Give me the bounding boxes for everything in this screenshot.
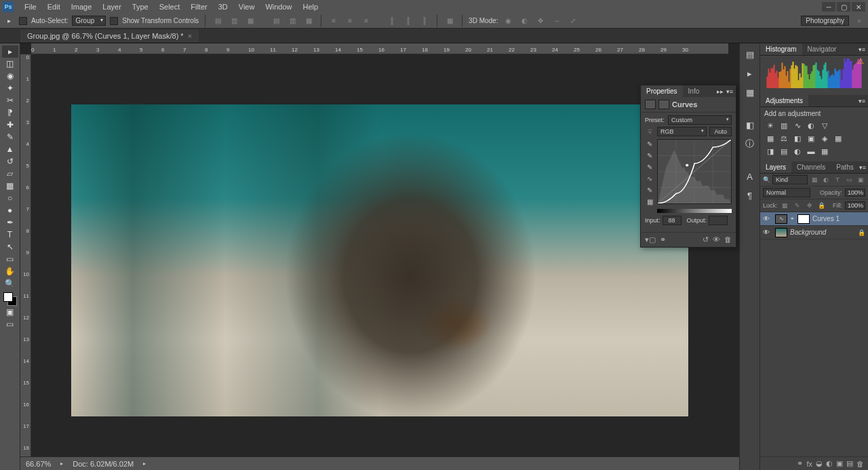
menu-edit[interactable]: Edit [42,1,66,12]
distribute-left-icon[interactable]: ║ [386,15,398,27]
menu-filter[interactable]: Filter [185,1,212,12]
filter-shape-icon[interactable]: ▭ [844,175,854,184]
swatches-panel-icon[interactable]: ▦ [743,85,757,99]
crop-tool[interactable]: ✂ [2,94,18,106]
blur-tool[interactable]: ○ [2,192,18,204]
filter-pixel-icon[interactable]: ▦ [810,175,819,184]
brightness-icon[interactable]: ☀ [764,120,776,131]
dodge-tool[interactable]: ● [2,204,18,216]
pan3d-icon[interactable]: ✥ [534,15,547,27]
screen-mode-tool[interactable]: ▭ [2,318,18,330]
magic-wand-tool[interactable]: ✦ [2,82,18,94]
exposure-icon[interactable]: ◐ [805,120,817,131]
info-panel-icon[interactable]: ⓘ [743,137,757,151]
foreground-swatch[interactable] [3,292,13,302]
roll3d-icon[interactable]: ◐ [518,15,530,27]
distribute-bottom-icon[interactable]: ≡ [360,15,372,27]
close-document-icon[interactable]: × [188,32,192,40]
menu-type[interactable]: Type [127,1,154,12]
close-button[interactable]: ✕ [852,2,865,12]
auto-align-icon[interactable]: ▦ [443,15,456,27]
tab-adjustments[interactable]: Adjustments [760,95,808,106]
tab-channels[interactable]: Channels [791,161,831,173]
align-center-h-icon[interactable]: ▥ [228,15,240,27]
new-adjustment-icon[interactable]: ◐ [826,459,833,468]
distribute-hcenter-icon[interactable]: ║ [402,15,414,27]
menu-view[interactable]: View [233,1,260,12]
brush-tool[interactable]: ✎ [2,131,18,143]
paragraph-panel-icon[interactable]: ¶ [743,189,757,202]
color-swatches[interactable] [3,292,17,306]
gradient-map-icon[interactable]: ▬ [805,146,817,157]
document-image[interactable] [71,104,688,416]
path-tool[interactable]: ↖ [2,241,18,253]
lock-trans-icon[interactable]: ▦ [781,201,790,210]
document-tab[interactable]: Group.jpg @ 66.7% (Curves 1, Layer Mask/… [20,30,199,42]
maximize-button[interactable]: ▢ [837,2,850,12]
color-balance-icon[interactable]: ⚖ [778,133,790,144]
tab-layers[interactable]: Layers [760,161,791,173]
workspace-dropdown[interactable]: Photography [801,16,849,26]
panel-menu-icon[interactable]: ▾≡ [859,98,865,104]
auto-select-checkbox[interactable] [19,17,27,25]
workspace-menu-icon[interactable]: » [853,15,865,27]
align-left-icon[interactable]: ▤ [212,15,224,27]
eyedropper-tool[interactable]: ⁋ [2,106,18,119]
panel-menu-icon[interactable]: ▾≡ [859,164,866,171]
black-eyedropper-icon[interactable]: ✎ [645,139,654,149]
lock-pixels-icon[interactable]: ✎ [793,201,802,210]
actions-panel-icon[interactable]: ▸ [743,66,757,80]
distribute-vcenter-icon[interactable]: ≡ [344,15,356,27]
menu-image[interactable]: Image [66,1,98,12]
auto-button[interactable]: Auto [709,127,732,136]
panel-menu-icon[interactable]: ▾≡ [726,88,733,95]
delete-layer-icon[interactable]: 🗑 [856,460,864,468]
reset-icon[interactable]: ↺ [703,235,709,244]
marquee-tool[interactable]: ◫ [2,58,18,70]
doc-menu-icon[interactable]: ▸ [143,461,146,467]
history-panel-icon[interactable]: ▤ [743,47,757,61]
scale3d-icon[interactable]: ⤢ [567,15,579,27]
tab-properties[interactable]: Properties [641,85,683,97]
delete-adjustment-icon[interactable]: 🗑 [724,235,732,244]
blend-mode-dropdown[interactable]: Normal [763,188,810,197]
eraser-tool[interactable]: ▱ [2,168,18,180]
vibrance-icon[interactable]: ▽ [818,120,831,131]
on-image-icon[interactable]: ☟ [645,127,654,136]
smooth-icon[interactable]: ▦ [645,197,654,206]
menu-layer[interactable]: Layer [97,1,127,12]
visibility-icon[interactable]: 👁 [763,229,772,236]
properties-panel[interactable]: Properties Info ▸▸▾≡ Curves Preset: Cust… [640,85,736,248]
lock-pos-icon[interactable]: ✥ [805,201,814,210]
layer-row[interactable]: 👁Background🔒 [760,226,868,239]
panel-menu-icon[interactable]: ▾≡ [859,46,865,53]
input-gradient[interactable] [657,209,732,213]
distribute-top-icon[interactable]: ≡ [328,15,340,27]
clip-icon[interactable]: ▾▢ [645,235,656,244]
tab-paths[interactable]: Paths [831,161,859,173]
pen-tool[interactable]: ✒ [2,216,18,229]
link-layers-icon[interactable]: ⚭ [797,459,803,468]
filter-type-icon[interactable]: T [833,175,842,184]
filter-kind-dropdown[interactable]: Kind [772,175,808,184]
quick-mask-tool[interactable]: ▣ [2,306,18,318]
menu-3d[interactable]: 3D [213,1,233,12]
history-brush-tool[interactable]: ↺ [2,155,18,168]
channel-mixer-icon[interactable]: ◈ [818,133,831,144]
menu-file[interactable]: File [19,1,42,12]
layer-fx-icon[interactable]: fx [806,460,812,468]
layer-row[interactable]: 👁∿⚭Curves 1 [760,212,868,226]
white-eyedropper-icon[interactable]: ✎ [645,162,654,172]
selective-color-icon[interactable]: ▦ [818,146,831,157]
color-panel-icon[interactable]: ◧ [743,118,757,132]
transform-checkbox[interactable] [110,17,118,25]
healing-tool[interactable]: ✚ [2,119,18,131]
distribute-right-icon[interactable]: ║ [418,15,431,27]
lock-all-icon[interactable]: 🔒 [817,201,827,210]
visibility-icon[interactable]: 👁 [763,215,772,222]
clone-tool[interactable]: ▲ [2,143,18,155]
auto-select-dropdown[interactable]: Group [72,16,106,26]
layer-name[interactable]: Curves 1 [812,215,840,222]
layer-name[interactable]: Background [790,229,826,236]
tab-histogram[interactable]: Histogram [760,43,802,55]
